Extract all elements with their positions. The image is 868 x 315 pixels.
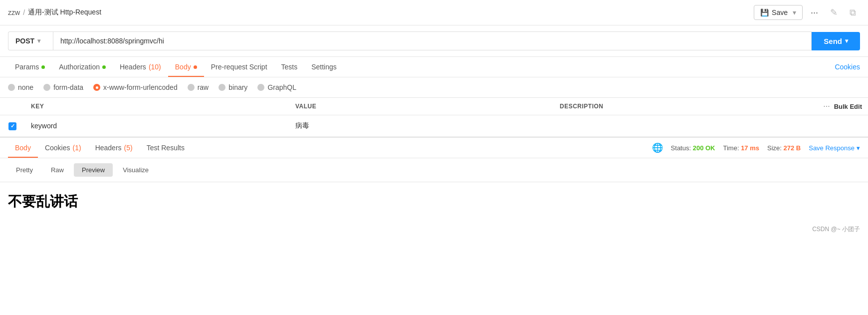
body-type-raw[interactable]: raw (188, 83, 209, 91)
status-value: 200 OK (693, 144, 715, 152)
body-type-graphql[interactable]: GraphQL (257, 83, 296, 91)
body-type-binary[interactable]: binary (218, 83, 247, 91)
response-body-label: Body (15, 144, 31, 152)
tab-params-label: Params (15, 63, 39, 71)
format-tabs: Pretty Raw Preview Visualize (0, 158, 868, 182)
send-button[interactable]: Send ▾ (812, 32, 860, 50)
header-key-col: KEY (25, 103, 289, 110)
tab-tests[interactable]: Tests (274, 57, 305, 77)
watermark: CSDN @~ 小团子 (0, 221, 868, 238)
header-actions-col: ··· Bulk Edit (818, 102, 868, 111)
response-tab-headers[interactable]: Headers (5) (88, 138, 140, 158)
response-body: 不要乱讲话 (0, 182, 868, 221)
save-response-chevron-icon: ▾ (857, 144, 860, 152)
request-title: 通用-测试 Http-Request (28, 8, 101, 17)
save-response-label: Save Response (809, 144, 855, 152)
response-tab-cookies[interactable]: Cookies (1) (38, 138, 88, 158)
binary-radio (218, 84, 225, 91)
none-radio (8, 84, 15, 91)
status-label: Status: 200 OK (671, 144, 715, 152)
tab-headers-label: Headers (120, 63, 146, 71)
save-button[interactable]: 💾 Save ▾ (754, 5, 803, 20)
bulk-edit-button[interactable]: Bulk Edit (834, 103, 862, 110)
cookies-count: (1) (73, 144, 81, 152)
edit-button[interactable]: ✎ (826, 5, 842, 20)
method-selector[interactable]: POST ▾ (8, 31, 53, 50)
tab-prerequest-label: Pre-request Script (211, 63, 267, 71)
tab-body-label: Body (175, 63, 191, 71)
format-tab-raw[interactable]: Raw (43, 163, 72, 177)
form-data-radio (43, 84, 50, 91)
time-value: 17 ms (741, 144, 759, 152)
binary-label: binary (228, 83, 247, 91)
globe-icon: 🌐 (652, 142, 663, 153)
response-section: Body Cookies (1) Headers (5) Test Result… (0, 137, 868, 238)
form-data-label: form-data (53, 83, 83, 91)
headers-count: (10) (149, 63, 161, 71)
row-checkbox-cell (0, 121, 25, 130)
format-tab-visualize[interactable]: Visualize (115, 163, 157, 177)
format-tab-pretty[interactable]: Pretty (8, 163, 41, 177)
more-options-button[interactable]: ··· (807, 5, 822, 20)
header-value-col: VALUE (289, 103, 554, 110)
response-tab-test-results[interactable]: Test Results (140, 138, 192, 158)
save-response-button[interactable]: Save Response ▾ (809, 144, 860, 152)
urlencoded-label: x-www-form-urlencoded (103, 83, 178, 91)
body-type-none[interactable]: none (8, 83, 33, 91)
params-dot (41, 65, 45, 69)
row-value[interactable]: 病毒 (289, 118, 554, 133)
graphql-radio (257, 84, 264, 91)
tab-authorization[interactable]: Authorization (52, 57, 113, 77)
time-label: Time: 17 ms (723, 144, 759, 152)
row-checkbox[interactable] (8, 122, 16, 130)
test-results-label: Test Results (147, 144, 185, 152)
table-row: keyword 病毒 (0, 115, 868, 137)
more-dots-icon: ··· (823, 102, 830, 111)
tab-headers[interactable]: Headers (10) (113, 57, 168, 77)
response-tab-body[interactable]: Body (8, 138, 38, 158)
urlencoded-radio (93, 84, 100, 91)
save-chevron-icon: ▾ (793, 8, 796, 16)
size-label: Size: 272 B (767, 144, 801, 152)
method-label: POST (15, 37, 34, 45)
tab-body[interactable]: Body (168, 57, 204, 77)
method-chevron-icon: ▾ (37, 37, 40, 44)
graphql-label: GraphQL (267, 83, 296, 91)
header-desc-col: DESCRIPTION (554, 103, 818, 110)
response-headers-count: (5) (124, 144, 133, 152)
none-label: none (18, 83, 33, 91)
save-icon: 💾 (760, 8, 769, 16)
body-type-form-data[interactable]: form-data (43, 83, 83, 91)
save-label: Save (772, 8, 788, 16)
row-key[interactable]: keyword (25, 119, 289, 133)
tab-prerequest[interactable]: Pre-request Script (204, 57, 274, 77)
tab-settings[interactable]: Settings (304, 57, 344, 77)
params-table: KEY VALUE DESCRIPTION ··· Bulk Edit keyw… (0, 98, 868, 137)
send-label: Send (824, 37, 842, 45)
breadcrumb-separator: / (23, 8, 25, 16)
top-bar: zzw / 通用-测试 Http-Request 💾 Save ▾ ··· ✎ … (0, 0, 868, 25)
row-description[interactable] (554, 123, 818, 129)
body-dot (194, 65, 197, 69)
send-chevron-icon: ▾ (845, 37, 848, 44)
top-bar-actions: 💾 Save ▾ ··· ✎ ⧉ (754, 5, 860, 20)
breadcrumb: zzw / 通用-测试 Http-Request (8, 8, 101, 17)
size-value: 272 B (784, 144, 801, 152)
response-cookies-label: Cookies (45, 144, 70, 152)
body-type-urlencoded[interactable]: x-www-form-urlencoded (93, 83, 178, 91)
format-tab-preview[interactable]: Preview (74, 163, 113, 177)
table-header: KEY VALUE DESCRIPTION ··· Bulk Edit (0, 98, 868, 115)
cookies-link[interactable]: Cookies (835, 63, 860, 71)
authorization-dot (102, 65, 106, 69)
request-tabs: Params Authorization Headers (10) Body P… (0, 57, 868, 77)
copy-button[interactable]: ⧉ (846, 5, 860, 20)
tab-settings-label: Settings (311, 63, 337, 71)
response-headers-label: Headers (95, 144, 122, 152)
response-status-area: 🌐 Status: 200 OK Time: 17 ms Size: 272 B… (652, 142, 860, 153)
response-content: 不要乱讲话 (8, 192, 860, 211)
tab-params[interactable]: Params (8, 57, 52, 77)
response-tabs: Body Cookies (1) Headers (5) Test Result… (0, 138, 868, 158)
url-bar: POST ▾ Send ▾ (0, 25, 868, 57)
tab-tests-label: Tests (281, 63, 298, 71)
url-input[interactable] (53, 31, 812, 50)
